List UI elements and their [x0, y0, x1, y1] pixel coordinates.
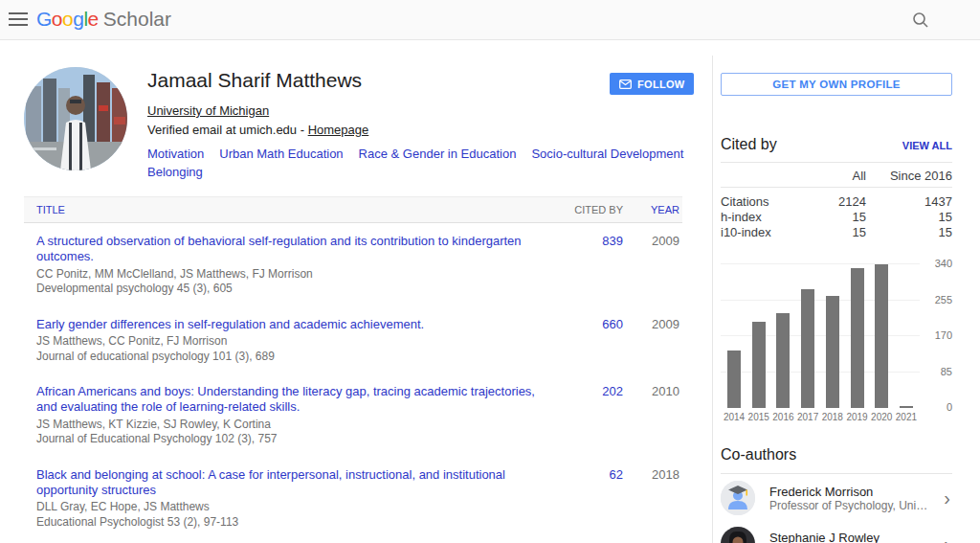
chevron-right-icon: › — [944, 488, 952, 508]
chevron-right-icon: › — [944, 534, 952, 543]
envelope-icon — [619, 79, 632, 89]
publication-cited-count[interactable]: 202 — [562, 384, 623, 447]
sort-by-year-header[interactable]: YEAR — [623, 204, 682, 215]
publications-table: TITLE CITED BY YEAR A structured observa… — [24, 196, 682, 543]
coauthor-info: Frederick Morrison Professor of Psycholo… — [769, 485, 929, 512]
stat-label: h-index — [721, 210, 809, 224]
chart-bar-2017[interactable] — [801, 289, 814, 408]
sidebar: GET MY OWN PROFILE Cited by VIEW ALL All… — [721, 0, 952, 543]
publication-cited-count[interactable]: 62 — [562, 467, 623, 531]
publication-authors: JS Matthews, KT Kizzie, SJ Rowley, K Cor… — [36, 418, 541, 433]
chart-bar-2016[interactable] — [776, 313, 790, 408]
verified-email: Verified email at umich.edu - Homepage — [147, 123, 707, 137]
interest-link[interactable]: Race & Gender in Education — [359, 147, 517, 161]
profile-photo-image — [24, 67, 127, 170]
publication-cited-count[interactable]: 660 — [562, 317, 623, 364]
stat-value-all: 15 — [809, 210, 866, 224]
publication-title-link[interactable]: Early gender differences in self-regulat… — [36, 317, 541, 332]
interest-link[interactable]: Belonging — [147, 165, 203, 179]
chart-ytick-label: 85 — [941, 366, 952, 377]
interest-link[interactable]: Urban Math Education — [219, 147, 343, 161]
profile-photo[interactable] — [24, 67, 127, 170]
publication-row: Black and belonging at school: A case fo… — [24, 457, 682, 540]
publication-row: African Americans and boys: Understandin… — [24, 373, 682, 457]
stat-label: Citations — [721, 194, 809, 209]
coauthor-name: Frederick Morrison — [769, 485, 929, 499]
google-logo-text: Google — [36, 8, 99, 30]
follow-button[interactable]: FOLLOW — [610, 73, 694, 95]
interest-link[interactable]: Socio-cultural Development — [531, 147, 683, 161]
publication-year: 2018 — [623, 467, 682, 531]
affiliation-link[interactable]: University of Michigan — [147, 103, 269, 118]
stat-value-all: 15 — [809, 225, 866, 239]
publication-main: A structured observation of behavioral s… — [36, 234, 562, 297]
chart-bar-column — [895, 406, 918, 408]
coauthor-name: Stephanie J Rowley — [769, 531, 929, 543]
chart-bar-column — [771, 313, 794, 408]
stat-value-since: 1437 — [866, 194, 952, 209]
interest-link[interactable]: Motivation — [147, 147, 204, 161]
citation-stats-header-row: All Since 2016 — [721, 167, 952, 188]
chart-bar-2014[interactable] — [727, 351, 741, 408]
coauthors-list: Frederick Morrison Professor of Psycholo… — [721, 475, 952, 543]
chart-ytick-label: 340 — [935, 258, 952, 269]
view-all-link[interactable]: VIEW ALL — [902, 140, 952, 151]
citation-stats-row: i10-index 15 15 — [721, 224, 952, 239]
sort-by-title-header[interactable]: TITLE — [24, 204, 562, 215]
publication-title-link[interactable]: Black and belonging at school: A case fo… — [36, 467, 541, 499]
publication-venue: Journal of Educational Psychology 102 (3… — [36, 432, 541, 447]
publication-venue: Developmental psychology 45 (3), 605 — [36, 282, 541, 297]
chart-bar-column — [796, 289, 819, 408]
chart-bar-column — [747, 322, 770, 408]
chart-ytick-label: 255 — [935, 294, 952, 305]
logo-letter: e — [88, 8, 99, 30]
publication-row: Early gender differences in self-regulat… — [24, 306, 682, 373]
publication-main: Early gender differences in self-regulat… — [36, 317, 562, 364]
publication-row: Academic identity formation and motivati… — [24, 540, 682, 543]
portrait-photo-avatar-icon — [721, 527, 755, 543]
chart-bar-2015[interactable] — [752, 322, 766, 408]
publication-authors: JS Matthews, CC Ponitz, FJ Morrison — [36, 334, 541, 350]
publication-row: A structured observation of behavioral s… — [24, 223, 682, 306]
stats-col-all: All — [809, 169, 866, 183]
coauthor-item[interactable]: Frederick Morrison Professor of Psycholo… — [721, 475, 952, 521]
citations-chart-xaxis: 20142015201620172018201920202021 — [721, 412, 920, 422]
chart-bar-2018[interactable] — [826, 296, 839, 408]
publication-venue: Educational Psychologist 53 (2), 97-113 — [36, 515, 541, 531]
chart-ytick-label: 170 — [935, 329, 952, 341]
publication-title-link[interactable]: A structured observation of behavioral s… — [36, 234, 541, 265]
chart-year-label: 2020 — [870, 412, 893, 422]
cited-by-title: Cited by — [721, 136, 777, 153]
verified-email-text: Verified email at umich.edu - — [147, 123, 308, 137]
chart-bar-column — [821, 296, 844, 408]
coauthor-item[interactable]: Stephanie J Rowley Professor of Psycholo… — [721, 521, 952, 543]
publication-venue: Journal of educational psychology 101 (3… — [36, 350, 541, 365]
homepage-link[interactable]: Homepage — [308, 123, 369, 137]
follow-button-label: FOLLOW — [637, 79, 684, 90]
coauthors-title: Co-authors — [721, 446, 952, 474]
chart-bar-2019[interactable] — [851, 268, 864, 408]
google-scholar-logo[interactable]: GoogleScholar — [36, 8, 171, 31]
publication-title-link[interactable]: African Americans and boys: Understandin… — [36, 384, 541, 416]
publications-table-header: TITLE CITED BY YEAR — [24, 196, 682, 223]
chart-year-label: 2017 — [796, 412, 819, 422]
publication-year: 2009 — [623, 317, 682, 364]
chart-year-label: 2015 — [747, 412, 770, 422]
chart-bar-2020[interactable] — [875, 264, 888, 408]
chart-bar-2021[interactable] — [900, 406, 913, 408]
publication-authors: CC Ponitz, MM McClelland, JS Matthews, F… — [36, 267, 541, 283]
logo-letter: o — [52, 8, 62, 30]
get-my-own-profile-button[interactable]: GET MY OWN PROFILE — [721, 73, 952, 96]
sort-by-cited-header[interactable]: CITED BY — [562, 204, 623, 215]
chart-year-label: 2021 — [895, 412, 918, 422]
publications-list: A structured observation of behavioral s… — [24, 223, 682, 543]
scholar-logo-text: Scholar — [103, 8, 171, 30]
logo-letter: g — [73, 8, 83, 30]
chart-bar-column — [723, 351, 746, 408]
citation-stats-rows: Citations 2124 1437 h-index 15 15 i10-in… — [721, 193, 952, 239]
research-interests: MotivationUrban Math EducationRace & Gen… — [147, 147, 707, 179]
stats-col-since: Since 2016 — [866, 169, 952, 183]
stat-value-all: 2124 — [809, 194, 866, 209]
publication-cited-count[interactable]: 839 — [562, 234, 623, 297]
menu-icon[interactable] — [9, 12, 28, 28]
